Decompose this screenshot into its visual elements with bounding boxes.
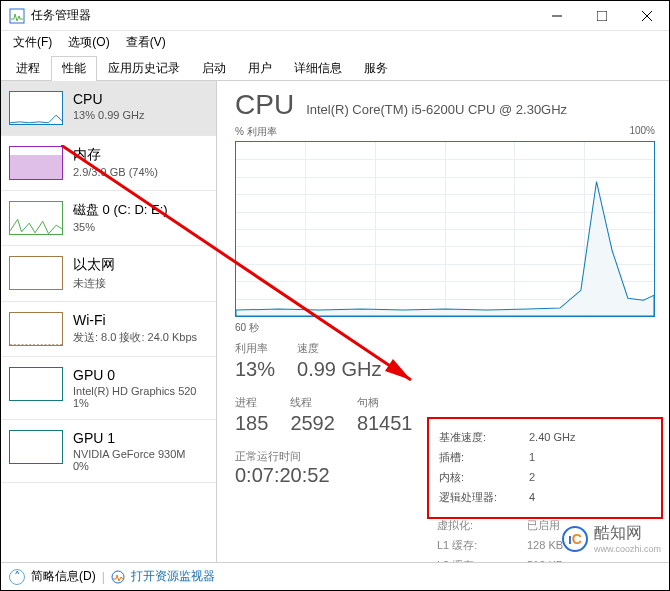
- util-value: 13%: [235, 358, 275, 381]
- sidebar-memory-name: 内存: [73, 146, 208, 164]
- sidebar-gpu0-sub2: 1%: [73, 397, 208, 409]
- menubar: 文件(F) 选项(O) 查看(V): [1, 31, 669, 53]
- cores-k: 内核:: [439, 467, 529, 487]
- resource-monitor-icon: [111, 570, 125, 584]
- logical-k: 逻辑处理器:: [439, 487, 529, 507]
- titlebar: 任务管理器: [1, 1, 669, 31]
- sidebar-item-memory[interactable]: 内存 2.9/3.9 GB (74%): [1, 136, 216, 191]
- handle-value: 81451: [357, 412, 413, 435]
- gpu0-thumb: [9, 367, 63, 401]
- wifi-thumb: [9, 312, 63, 346]
- tab-users[interactable]: 用户: [237, 56, 283, 81]
- sidebar-item-ethernet[interactable]: 以太网 未连接: [1, 246, 216, 302]
- tab-bar: 进程 性能 应用历史记录 启动 用户 详细信息 服务: [1, 55, 669, 81]
- sidebar-gpu1-sub1: NVIDIA GeForce 930M: [73, 448, 208, 460]
- chevron-up-icon[interactable]: ˄: [9, 569, 25, 585]
- proc-value: 185: [235, 412, 268, 435]
- watermark-logo-icon: ıC: [562, 526, 588, 552]
- sidebar-item-gpu0[interactable]: GPU 0 Intel(R) HD Graphics 520 1%: [1, 357, 216, 420]
- sidebar-gpu0-name: GPU 0: [73, 367, 208, 383]
- cpu-chart-line: [236, 142, 654, 316]
- sockets-k: 插槽:: [439, 447, 529, 467]
- logical-v: 4: [529, 487, 651, 507]
- memory-thumb: [9, 146, 63, 180]
- sidebar-cpu-sub: 13% 0.99 GHz: [73, 109, 208, 121]
- menu-file[interactable]: 文件(F): [5, 32, 60, 53]
- l2-k: L2 缓存:: [437, 555, 527, 562]
- main-panel: CPU Intel(R) Core(TM) i5-6200U CPU @ 2.3…: [217, 81, 669, 562]
- menu-view[interactable]: 查看(V): [118, 32, 174, 53]
- cpu-model: Intel(R) Core(TM) i5-6200U CPU @ 2.30GHz: [306, 102, 567, 117]
- disk-thumb: [9, 201, 63, 235]
- l1-k: L1 缓存:: [437, 535, 527, 555]
- handle-label: 句柄: [357, 395, 413, 410]
- util-label: 利用率: [235, 341, 275, 356]
- task-manager-icon: [9, 8, 25, 24]
- cpu-heading: CPU: [235, 89, 294, 121]
- gpu1-thumb: [9, 430, 63, 464]
- cores-v: 2: [529, 467, 651, 487]
- proc-label: 进程: [235, 395, 268, 410]
- tab-performance[interactable]: 性能: [51, 56, 97, 81]
- sockets-v: 1: [529, 447, 651, 467]
- speed-value: 0.99 GHz: [297, 358, 381, 381]
- l2-v: 512 KB: [527, 555, 653, 562]
- sidebar-item-cpu[interactable]: CPU 13% 0.99 GHz: [1, 81, 216, 136]
- window-title: 任务管理器: [31, 7, 91, 24]
- menu-options[interactable]: 选项(O): [60, 32, 117, 53]
- sidebar-item-wifi[interactable]: Wi-Fi 发送: 8.0 接收: 24.0 Kbps: [1, 302, 216, 357]
- sidebar-ethernet-sub: 未连接: [73, 276, 208, 291]
- watermark-url: www.coozhi.com: [594, 544, 661, 554]
- cpu-utilization-chart[interactable]: [235, 141, 655, 317]
- watermark: ıC 酷知网 www.coozhi.com: [562, 523, 661, 554]
- svg-rect-2: [597, 11, 607, 21]
- virt-k: 虚拟化:: [437, 515, 527, 535]
- base-speed-v: 2.40 GHz: [529, 427, 651, 447]
- uptime-label: 正常运行时间: [235, 449, 413, 464]
- sidebar-ethernet-name: 以太网: [73, 256, 208, 274]
- watermark-brand: 酷知网: [594, 523, 661, 544]
- sidebar-item-disk[interactable]: 磁盘 0 (C: D: E:) 35%: [1, 191, 216, 246]
- tab-processes[interactable]: 进程: [5, 56, 51, 81]
- chart-legend-left: % 利用率: [235, 125, 277, 139]
- thread-value: 2592: [290, 412, 335, 435]
- sidebar-wifi-name: Wi-Fi: [73, 312, 208, 328]
- tab-services[interactable]: 服务: [353, 56, 399, 81]
- fewer-details-link[interactable]: 简略信息(D): [31, 568, 96, 585]
- sidebar-wifi-sub: 发送: 8.0 接收: 24.0 Kbps: [73, 330, 208, 345]
- open-resource-monitor-link[interactable]: 打开资源监视器: [131, 568, 215, 585]
- thread-label: 线程: [290, 395, 335, 410]
- speed-label: 速度: [297, 341, 381, 356]
- minimize-button[interactable]: [534, 1, 579, 31]
- tab-app-history[interactable]: 应用历史记录: [97, 56, 191, 81]
- ethernet-thumb: [9, 256, 63, 290]
- sidebar-disk-name: 磁盘 0 (C: D: E:): [73, 201, 208, 219]
- sidebar-disk-sub: 35%: [73, 221, 208, 233]
- sidebar-gpu0-sub1: Intel(R) HD Graphics 520: [73, 385, 208, 397]
- chart-time-axis: 60 秒: [235, 321, 655, 335]
- sidebar-gpu1-name: GPU 1: [73, 430, 208, 446]
- body: CPU 13% 0.99 GHz 内存 2.9/3.9 GB (74%): [1, 81, 669, 562]
- maximize-button[interactable]: [579, 1, 624, 31]
- tab-startup[interactable]: 启动: [191, 56, 237, 81]
- base-speed-k: 基准速度:: [439, 427, 529, 447]
- tab-details[interactable]: 详细信息: [283, 56, 353, 81]
- cpu-thumb: [9, 91, 63, 125]
- chart-legend-right: 100%: [629, 125, 655, 139]
- sidebar-item-gpu1[interactable]: GPU 1 NVIDIA GeForce 930M 0%: [1, 420, 216, 483]
- status-bar: ˄ 简略信息(D) | 打开资源监视器: [1, 562, 669, 590]
- sidebar-cpu-name: CPU: [73, 91, 208, 107]
- sidebar: CPU 13% 0.99 GHz 内存 2.9/3.9 GB (74%): [1, 81, 217, 562]
- cpu-spec-box: 基准速度:2.40 GHz 插槽:1 内核:2 逻辑处理器:4: [427, 417, 663, 519]
- sidebar-memory-sub: 2.9/3.9 GB (74%): [73, 166, 208, 178]
- close-button[interactable]: [624, 1, 669, 31]
- uptime-value: 0:07:20:52: [235, 464, 413, 487]
- sidebar-gpu1-sub2: 0%: [73, 460, 208, 472]
